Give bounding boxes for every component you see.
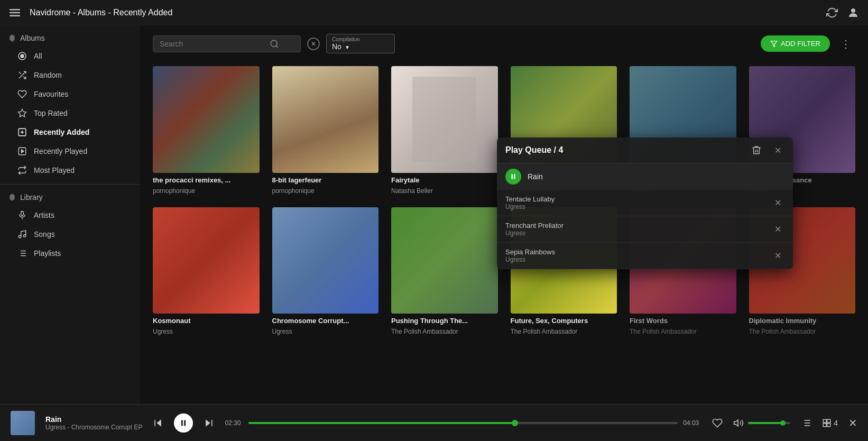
svg-marker-31 [206,419,210,426]
total-time: 04:03 [683,419,701,427]
album-card[interactable]: 8-bit lagerfeuer pornophonique [272,66,379,195]
remove-queue-item-button[interactable]: ✕ [771,197,784,209]
sidebar-item-all[interactable]: All [0,47,140,66]
album-card[interactable]: Fairytale Natasha Beller [391,66,498,195]
search-box[interactable] [153,35,301,52]
svg-point-15 [23,235,26,237]
sidebar-item-songs[interactable]: Songs [0,225,140,244]
albums-section-header[interactable]: Albums [0,30,140,47]
album-artist: The Polish Ambassador [749,328,856,335]
svg-rect-41 [827,419,830,422]
sidebar-item-recently-played[interactable]: Recently Played [0,142,140,161]
filter-bar: ✕ Compilation No ADD FILTER ⋮ [140,25,868,62]
plus-square-icon [17,127,27,137]
album-art [391,66,498,173]
show-queue-button[interactable]: 4 [822,418,838,428]
sidebar-item-playlists-label: Playlists [34,249,61,258]
svg-rect-2 [10,15,20,17]
add-filter-button[interactable]: ADD FILTER [761,35,830,52]
sidebar-item-playlists[interactable]: Playlists [0,244,140,263]
play-queue-actions: ✕ [748,144,784,157]
album-title: Fairytale [391,176,498,184]
library-section-label: Library [20,193,43,201]
volume-area [733,418,790,428]
progress-handle[interactable] [512,420,518,426]
clear-queue-button[interactable] [748,144,765,157]
top-bar-right [826,6,860,19]
svg-rect-12 [21,212,24,216]
progress-bar[interactable] [248,422,678,424]
sidebar-item-all-label: All [34,52,42,60]
volume-bar[interactable] [748,422,790,424]
album-artist: The Polish Ambassador [391,328,498,335]
play-queue-title: Play Queue / 4 [505,145,563,155]
chevron-down-icon [345,42,350,51]
svg-rect-0 [10,9,20,11]
pause-button[interactable] [505,169,521,185]
album-artist: The Polish Ambassador [630,328,736,335]
close-queue-button[interactable]: ✕ [771,144,784,157]
album-card[interactable]: Kosmonaut Ugress [153,207,260,336]
sidebar-item-top-rated[interactable]: Top Rated [0,104,140,123]
list-music-icon [17,248,27,259]
queue-item-artist: Ugress [505,229,564,237]
svg-rect-1 [10,12,20,14]
top-bar-left: Navidrome - Albums - Recently Added [8,6,172,19]
sidebar-item-most-played[interactable]: Most Played [0,161,140,180]
more-options-button[interactable]: ⋮ [836,35,855,52]
player-album-art [11,411,35,435]
pause-icon [510,173,517,180]
sidebar-item-favourites[interactable]: Favourites [0,85,140,104]
queue-item-artist: Ugress [505,203,555,210]
queue-item[interactable]: Trenchant Preliator Ugress ✕ [497,216,793,243]
svg-point-5 [21,54,24,58]
player-progress: 02:30 04:03 [225,419,701,427]
sidebar-item-songs-label: Songs [34,230,55,238]
play-queue-popup: Play Queue / 4 ✕ Rain Tentacle Lullaby U… [497,137,793,269]
next-icon [204,418,214,428]
album-artist: The Polish Ambassador [511,328,617,335]
compilation-dropdown[interactable]: Compilation No [326,34,395,53]
clear-filter-button[interactable]: ✕ [307,38,320,50]
hamburger-icon[interactable] [8,6,21,19]
player-info: Rain Ugress - Chromosome Corrupt EP [45,415,142,431]
account-icon[interactable] [847,6,860,19]
remove-queue-item-button[interactable]: ✕ [771,250,784,262]
now-playing-title: Rain [528,172,543,181]
close-player-button[interactable]: ✕ [848,417,857,429]
queue-item[interactable]: Sepia Rainbows Ugress ✕ [497,243,793,269]
player-artist-album: Ugress - Chromosome Corrupt EP [45,424,142,431]
sidebar-item-artists[interactable]: Artists [0,206,140,225]
play-pause-button[interactable] [174,414,193,433]
favourite-button[interactable] [712,418,723,428]
sidebar-item-random[interactable]: Random [0,66,140,85]
album-card[interactable]: Pushing Through The... The Polish Ambass… [391,207,498,336]
arrows-icon [17,165,27,176]
album-card[interactable]: Chromosome Corrupt... Ugress [272,207,379,336]
album-art [153,66,260,173]
list-icon [801,418,811,428]
album-art [153,207,260,314]
previous-button[interactable] [153,418,163,428]
svg-marker-6 [19,109,26,117]
svg-rect-26 [514,174,515,179]
next-button[interactable] [204,418,214,428]
remove-queue-item-button[interactable]: ✕ [771,223,784,235]
queue-item[interactable]: Tentacle Lullaby Ugress ✕ [497,190,793,216]
volume-handle[interactable] [780,420,786,426]
volume-button[interactable] [733,418,744,428]
library-section-header[interactable]: Library [0,189,140,206]
svg-rect-25 [512,174,513,179]
sidebar-item-recently-added[interactable]: Recently Added [0,123,140,142]
svg-line-23 [276,45,278,47]
album-artist: pornophonique [272,187,379,195]
svg-rect-29 [181,420,183,426]
volume-fill [748,422,784,424]
previous-icon [153,418,163,428]
queue-list-button[interactable] [801,418,811,428]
album-card[interactable]: the procacci remixes, ... pornophonique [153,66,260,195]
refresh-icon[interactable] [826,6,838,19]
sidebar-item-recently-added-label: Recently Added [34,128,89,136]
bottom-player: Rain Ugress - Chromosome Corrupt EP 02:3… [0,404,868,441]
search-input[interactable] [160,40,265,48]
